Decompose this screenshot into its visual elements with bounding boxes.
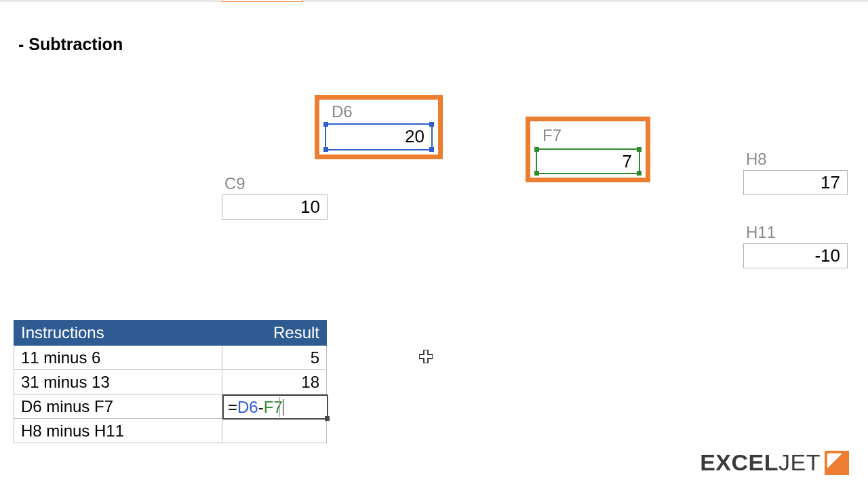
- table-row: H8 minus H11: [14, 419, 327, 443]
- formula-equals: =: [228, 398, 237, 417]
- exceljet-logo: EXCELJET: [700, 449, 849, 476]
- excel-cross-cursor-icon: [419, 350, 433, 363]
- cell-label-c9: C9: [222, 174, 328, 193]
- cell-label-h11: H11: [743, 223, 848, 242]
- result-cell[interactable]: 18: [222, 370, 327, 394]
- formula-operator: -: [258, 398, 264, 417]
- cell-h8[interactable]: 17: [743, 170, 848, 195]
- result-cell[interactable]: [222, 419, 327, 443]
- section-title: - Subtraction: [18, 35, 123, 54]
- table-row: 31 minus 13 18: [14, 370, 327, 394]
- cell-d6[interactable]: 20: [325, 123, 433, 150]
- logo-text-bold: EXCEL: [700, 449, 778, 475]
- cell-f7-value: 7: [623, 151, 632, 171]
- results-table: Instructions Result 11 minus 6 5 31 minu…: [14, 320, 327, 443]
- instr-cell[interactable]: 31 minus 13: [14, 370, 222, 394]
- cell-f7[interactable]: 7: [536, 148, 640, 174]
- logo-mark-icon: [825, 451, 849, 475]
- formula-ref-d6: D6: [237, 398, 258, 417]
- th-result: Result: [222, 321, 327, 346]
- cell-group-h8: H8 17: [743, 150, 848, 195]
- cell-label-d6: D6: [329, 102, 353, 121]
- result-cell[interactable]: 5: [222, 346, 327, 370]
- cell-h8-value: 17: [821, 172, 840, 192]
- table-row: 11 minus 6 5: [14, 346, 327, 370]
- active-formula-cell[interactable]: =D6-F7: [222, 394, 328, 420]
- cell-label-f7: F7: [540, 126, 561, 145]
- instr-cell[interactable]: 11 minus 6: [14, 346, 222, 370]
- cell-c9[interactable]: 10: [222, 195, 328, 220]
- cell-h11-value: -10: [814, 245, 840, 266]
- th-instructions: Instructions: [14, 321, 222, 346]
- active-ribbon-tab-indicator: [222, 0, 303, 2]
- instr-cell[interactable]: H8 minus H11: [14, 419, 222, 443]
- text-caret: [283, 399, 283, 415]
- fill-handle[interactable]: [325, 416, 330, 421]
- instr-cell[interactable]: D6 minus F7: [14, 394, 222, 419]
- cell-group-c9: C9 10: [222, 174, 328, 220]
- logo-text-thin: JET: [778, 449, 821, 475]
- cell-label-h8: H8: [743, 150, 848, 169]
- cell-h11[interactable]: -10: [743, 243, 848, 268]
- cell-d6-value: 20: [405, 126, 425, 146]
- cell-group-h11: H11 -10: [743, 223, 848, 268]
- cell-c9-value: 10: [300, 197, 320, 217]
